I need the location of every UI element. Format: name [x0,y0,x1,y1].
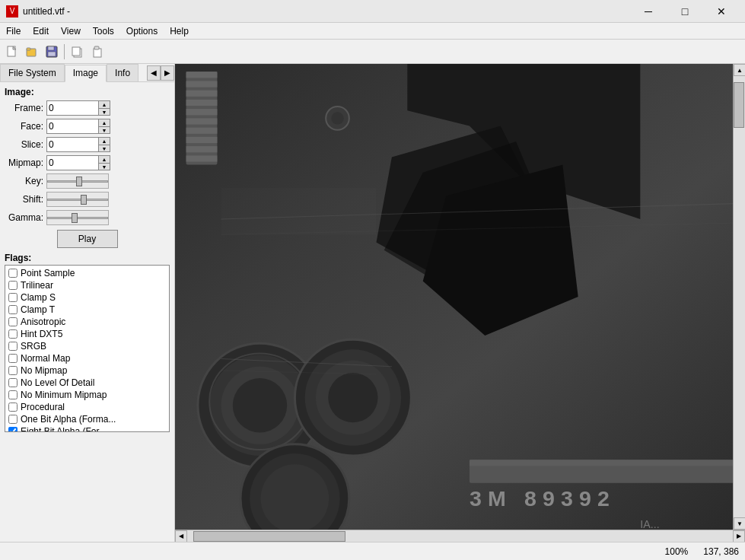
tab-info[interactable]: Info [107,64,138,81]
key-slider-thumb[interactable] [76,177,82,186]
h-scrollbar-thumb[interactable] [193,531,345,542]
key-slider-row: Key: [5,173,170,189]
flags-label: Flags: [5,253,170,263]
shift-slider-thumb[interactable] [81,195,87,205]
flag-no-mipmap-label: No Mipmap [21,365,67,376]
flag-trilinear-label: Trilinear [21,280,53,291]
mipmap-input[interactable] [46,155,98,170]
tab-nav-next[interactable]: ▶ [161,65,174,81]
flag-procedural-label: Procedural [21,402,65,412]
tab-filesystem[interactable]: File System [0,64,65,81]
horizontal-scrollbar: ◀ ▶ [175,530,745,542]
frame-spin-down[interactable]: ▼ [98,108,110,116]
menu-file[interactable]: File [0,23,27,39]
close-button[interactable]: ✕ [704,0,739,23]
svg-text:3M  89392: 3M 89392 [470,486,616,511]
app-icon: V [6,5,18,18]
flag-srgb: SRGB [7,340,167,352]
svg-point-32 [233,378,287,432]
svg-rect-5 [48,46,54,50]
svg-rect-16 [186,100,218,106]
flag-no-lod-checkbox[interactable] [8,378,18,387]
slice-spin-up[interactable]: ▲ [98,137,110,145]
face-input[interactable] [46,119,98,134]
flag-anisotropic-label: Anisotropic [21,317,65,327]
flags-list[interactable]: Point Sample Trilinear Clamp S Clamp T [5,265,170,432]
flag-anisotropic-checkbox[interactable] [8,317,18,326]
face-spin-up[interactable]: ▲ [98,119,110,126]
gamma-slider-thumb[interactable] [72,213,78,223]
v-scrollbar-thumb[interactable] [734,82,744,128]
face-spinner: ▲ ▼ [98,119,110,134]
frame-spin-up[interactable]: ▲ [98,100,110,108]
flag-one-bit-alpha-label: One Bit Alpha (Forma... [21,414,116,425]
v-scrollbar-track[interactable] [734,76,745,517]
svg-rect-3 [27,48,30,50]
left-panel: File System Image Info ◀ ▶ Image: Frame:… [0,64,175,542]
flag-normal-map-label: Normal Map [21,353,70,364]
flag-clamp-s-checkbox[interactable] [8,293,18,302]
flag-no-lod: No Level Of Detail [7,377,167,389]
flag-no-mipmap-checkbox[interactable] [8,366,18,375]
new-button[interactable] [3,43,21,61]
slice-input[interactable] [46,137,98,152]
save-button[interactable] [43,43,61,61]
flag-hint-dxt5-label: Hint DXT5 [21,329,62,339]
flag-clamp-s: Clamp S [7,291,167,304]
svg-rect-9 [94,49,101,57]
flag-procedural: Procedural [7,401,167,413]
slice-spin-down[interactable]: ▼ [98,145,110,152]
flag-hint-dxt5-checkbox[interactable] [8,329,18,339]
slice-row: Slice: ▲ ▼ [5,137,170,152]
tab-nav: ◀ ▶ [147,65,174,81]
flag-srgb-checkbox[interactable] [8,342,18,351]
flag-trilinear-checkbox[interactable] [8,281,18,290]
mipmap-spin-up[interactable]: ▲ [98,155,110,163]
play-button[interactable]: Play [57,230,118,248]
flag-clamp-t-checkbox[interactable] [8,305,18,314]
window-title: untitled.vtf - [23,6,70,17]
flag-no-lod-label: No Level Of Detail [21,377,94,388]
scroll-down-button[interactable]: ▼ [734,517,745,530]
flag-eight-bit-alpha-checkbox[interactable] [8,427,18,432]
menu-view[interactable]: View [55,23,87,39]
copy-button[interactable] [68,43,86,61]
mipmap-spinner: ▲ ▼ [98,155,110,170]
key-slider-track[interactable] [46,173,109,189]
flag-point-sample-checkbox[interactable] [8,269,18,278]
open-button[interactable] [23,43,41,61]
frame-row: Frame: ▲ ▼ [5,100,170,116]
scroll-up-button[interactable]: ▲ [734,64,745,76]
right-panel: 3M 89392 IA... [175,64,745,542]
svg-rect-18 [186,118,218,124]
h-scrollbar-track[interactable] [187,531,733,542]
flag-procedural-checkbox[interactable] [8,402,18,412]
scroll-left-button[interactable]: ◀ [175,530,187,542]
menu-options[interactable]: Options [120,23,164,39]
flag-normal-map-checkbox[interactable] [8,354,18,363]
face-spin-down[interactable]: ▼ [98,126,110,134]
scroll-right-button[interactable]: ▶ [733,530,745,542]
paste-button[interactable] [88,43,106,61]
shift-slider-row: Shift: [5,192,170,207]
menu-help[interactable]: Help [164,23,195,39]
mipmap-spin-down[interactable]: ▼ [98,163,110,170]
flag-no-min-mipmap-checkbox[interactable] [8,390,18,399]
menu-tools[interactable]: Tools [87,23,120,39]
toolbar-separator [64,44,65,59]
maximize-button[interactable]: □ [667,0,702,23]
flag-one-bit-alpha: One Bit Alpha (Forma... [7,413,167,425]
minimize-button[interactable]: ─ [631,0,666,23]
shift-slider-track[interactable] [46,192,109,207]
flag-normal-map: Normal Map [7,352,167,364]
svg-text:IA...: IA... [640,518,659,530]
menu-bar: File Edit View Tools Options Help [0,23,745,40]
menu-edit[interactable]: Edit [27,23,55,39]
flag-one-bit-alpha-checkbox[interactable] [8,415,18,424]
frame-input[interactable] [46,100,98,116]
flags-section: Flags: Point Sample Trilinear Clamp S [5,253,170,432]
tab-nav-prev[interactable]: ◀ [147,65,161,81]
tab-image[interactable]: Image [65,65,107,82]
mipmap-input-group: ▲ ▼ [46,155,110,170]
gamma-slider-track[interactable] [46,210,109,225]
